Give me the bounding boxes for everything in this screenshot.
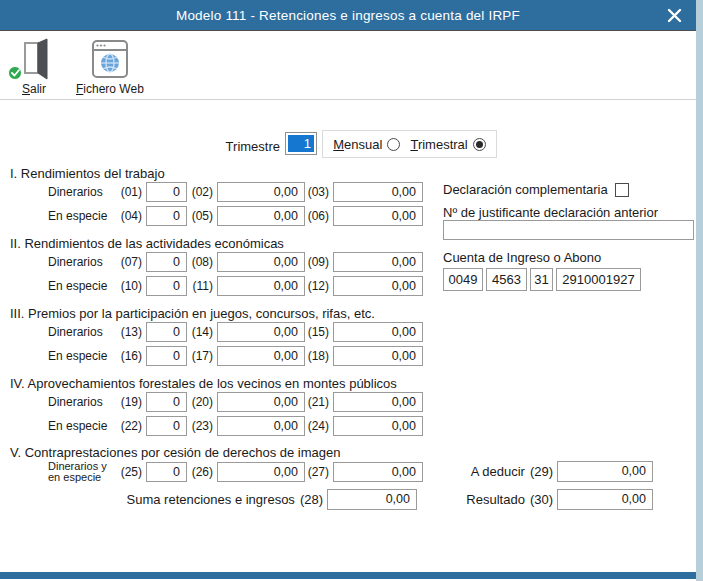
row-premios-dinerarios: Dinerarios (13) 0 (14) 0,00 (15) 0,00 — [10, 322, 423, 342]
section-4-title: IV. Aprovechamientos forestales de los v… — [10, 376, 397, 391]
row-label: Dinerarios — [48, 396, 110, 408]
field-code-13: (13) — [110, 325, 142, 339]
trimestral-radio[interactable] — [473, 138, 486, 151]
declaracion-complementaria-row: Declaración complementaria — [443, 182, 629, 197]
row-label: Dinerarios — [48, 256, 110, 268]
declaracion-complementaria-label: Declaración complementaria — [443, 182, 608, 197]
trimestre-input[interactable]: 1 — [285, 132, 317, 155]
field-27[interactable]: 0,00 — [333, 462, 423, 482]
field-code-05: (05) — [187, 209, 213, 223]
field-14[interactable]: 0,00 — [217, 322, 305, 342]
a-deducir-row: A deducir (29) 0,00 — [440, 461, 653, 482]
suma-row: Suma retenciones e ingresos (28) 0,00 — [10, 489, 417, 510]
section-3-title: III. Premios por la participación en jue… — [10, 306, 375, 321]
close-button[interactable] — [661, 4, 687, 27]
field-05[interactable]: 0,00 — [217, 206, 305, 226]
declaracion-complementaria-checkbox[interactable] — [615, 183, 629, 197]
field-06[interactable]: 0,00 — [333, 206, 423, 226]
cuenta-entidad-input[interactable]: 0049 — [443, 268, 483, 291]
row-label: En especie — [48, 350, 110, 362]
window-bottom-edge — [0, 572, 696, 579]
cuenta-row: 0049 4563 31 2910001927 — [443, 268, 644, 291]
field-26[interactable]: 0,00 — [217, 462, 305, 482]
field-09[interactable]: 0,00 — [333, 252, 423, 272]
field-code-01: (01) — [110, 185, 142, 199]
a-deducir-label: A deducir — [440, 464, 525, 479]
window-title: Modelo 111 - Retenciones e ingresos a cu… — [176, 8, 520, 23]
trimestral-radio-label[interactable]: Trimestral — [410, 137, 467, 152]
fichero-web-button[interactable]: Fichero Web — [76, 36, 144, 96]
fichero-web-label: Fichero Web — [76, 82, 144, 96]
field-code-24: (24) — [305, 419, 329, 433]
row-label: En especie — [48, 210, 110, 222]
cuenta-label: Cuenta de Ingreso o Abono — [443, 250, 601, 265]
field-19[interactable]: 0 — [146, 392, 187, 412]
field-08[interactable]: 0,00 — [217, 252, 305, 272]
field-code-14: (14) — [187, 325, 213, 339]
field-code-11: (11) — [187, 279, 213, 293]
salir-label: Salir — [22, 82, 46, 96]
row-trabajo-dinerarios: Dinerarios (01) 0 (02) 0,00 (03) 0,00 — [10, 182, 423, 202]
mensual-radio-label[interactable]: Mensual — [333, 137, 382, 152]
field-12[interactable]: 0,00 — [333, 276, 423, 296]
row-label: Dinerarios — [48, 186, 110, 198]
field-code-19: (19) — [110, 395, 142, 409]
field-17[interactable]: 0,00 — [217, 346, 305, 366]
field-code-27: (27) — [305, 465, 329, 479]
field-code-28: (28) — [300, 492, 323, 507]
field-code-25: (25) — [110, 465, 142, 479]
field-code-04: (04) — [110, 209, 142, 223]
cuenta-dc-input[interactable]: 31 — [530, 268, 553, 291]
justificante-label: Nº de justificante declaración anterior — [443, 205, 658, 220]
field-code-21: (21) — [305, 395, 329, 409]
field-13[interactable]: 0 — [146, 322, 187, 342]
field-24[interactable]: 0,00 — [333, 416, 423, 436]
titlebar: Modelo 111 - Retenciones e ingresos a cu… — [0, 0, 696, 31]
row-forestales-especie: En especie (22) 0 (23) 0,00 (24) 0,00 — [10, 416, 423, 436]
field-code-17: (17) — [187, 349, 213, 363]
toolbar: Salir Fichero Web — [0, 31, 696, 100]
cuenta-oficina-input[interactable]: 4563 — [486, 268, 527, 291]
field-code-12: (12) — [305, 279, 329, 293]
field-30[interactable]: 0,00 — [557, 489, 653, 510]
trimestre-label: Trimestre — [178, 139, 280, 154]
field-code-20: (20) — [187, 395, 213, 409]
field-code-07: (07) — [110, 255, 142, 269]
field-code-22: (22) — [110, 419, 142, 433]
field-15[interactable]: 0,00 — [333, 322, 423, 342]
field-23[interactable]: 0,00 — [217, 416, 305, 436]
field-03[interactable]: 0,00 — [333, 182, 423, 202]
field-code-29: (29) — [530, 464, 553, 479]
door-icon — [16, 36, 52, 80]
row-label: En especie — [48, 420, 110, 432]
section-5-title: V. Contraprestaciones por cesión de dere… — [10, 445, 341, 460]
section-2-title: II. Rendimientos de las actividades econ… — [10, 236, 284, 251]
field-25[interactable]: 0 — [146, 462, 187, 482]
field-29[interactable]: 0,00 — [557, 461, 653, 482]
field-22[interactable]: 0 — [146, 416, 187, 436]
row-trabajo-especie: En especie (04) 0 (05) 0,00 (06) 0,00 — [10, 206, 423, 226]
field-18[interactable]: 0,00 — [333, 346, 423, 366]
mensual-radio[interactable] — [387, 138, 400, 151]
field-code-06: (06) — [305, 209, 329, 223]
justificante-input[interactable] — [443, 220, 694, 240]
check-badge-icon — [8, 66, 22, 80]
browser-globe-icon — [90, 36, 130, 80]
suma-label: Suma retenciones e ingresos — [10, 492, 295, 507]
row-label: En especie — [48, 280, 110, 292]
field-10[interactable]: 0 — [146, 276, 187, 296]
field-07[interactable]: 0 — [146, 252, 187, 272]
row-label: Dinerarios — [48, 326, 110, 338]
cuenta-numero-input[interactable]: 2910001927 — [556, 268, 641, 291]
field-01[interactable]: 0 — [146, 182, 187, 202]
field-21[interactable]: 0,00 — [333, 392, 423, 412]
field-04[interactable]: 0 — [146, 206, 187, 226]
field-28[interactable]: 0,00 — [327, 489, 417, 510]
field-code-09: (09) — [305, 255, 329, 269]
salir-button[interactable]: Salir — [16, 36, 52, 96]
field-20[interactable]: 0,00 — [217, 392, 305, 412]
field-16[interactable]: 0 — [146, 346, 187, 366]
field-code-02: (02) — [187, 185, 213, 199]
field-11[interactable]: 0,00 — [217, 276, 305, 296]
field-02[interactable]: 0,00 — [217, 182, 305, 202]
